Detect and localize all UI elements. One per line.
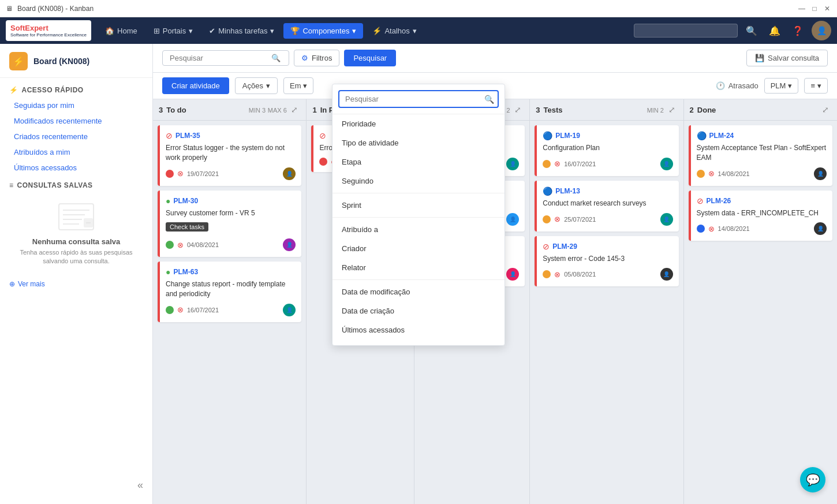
criar-atividade-button[interactable]: Criar atividade bbox=[162, 77, 229, 94]
nav-bell-icon[interactable]: 🔔 bbox=[765, 23, 784, 39]
filter-item-data-cri[interactable]: Data de criação bbox=[332, 301, 505, 320]
filter-item-sprint[interactable]: Sprint bbox=[332, 196, 505, 215]
tests-expand[interactable]: ⤢ bbox=[666, 104, 678, 115]
card-plm63-date: 16/07/2021 bbox=[187, 307, 219, 313]
search-input[interactable] bbox=[167, 51, 271, 65]
card-plm29-date: 05/08/2021 bbox=[564, 271, 596, 278]
filtros-button[interactable]: ⚙ Filtros bbox=[294, 50, 339, 66]
done-expand[interactable]: ⤢ bbox=[820, 104, 831, 115]
plm-dropdown[interactable]: PLM ▾ bbox=[764, 78, 799, 94]
nav-help-icon[interactable]: ❓ bbox=[789, 23, 807, 39]
card-plm-26[interactable]: ⊘ PLM-26 System data - ERR_INCOMPLETE_CH… bbox=[689, 191, 832, 241]
card-plm29-id: PLM-29 bbox=[552, 242, 577, 251]
card-plm30-tag: Check tasks bbox=[166, 222, 208, 232]
filter-divider-3 bbox=[332, 279, 505, 280]
card-plm24-overdue: ⊗ bbox=[708, 169, 715, 178]
card-plm19-icon: 🔵 bbox=[543, 131, 552, 140]
salvar-consulta-button[interactable]: 💾 Salvar consulta bbox=[746, 50, 828, 66]
atrasado-button[interactable]: 🕐 Atrasado bbox=[716, 81, 758, 90]
card-plm30-title: Survey customer form - VR 5 bbox=[166, 208, 296, 218]
sidebar-item-criados[interactable]: Criados recentemente bbox=[0, 129, 152, 144]
card-plm24-icon: 🔵 bbox=[697, 131, 707, 140]
filter-search-icon: 🔍 bbox=[484, 95, 494, 104]
filter-item-ultimos[interactable]: Últimos acessados bbox=[332, 320, 505, 339]
card-plm13-title: Conduct market research surveys bbox=[543, 199, 672, 208]
card-plm35-title: Error Status logger - the system do not … bbox=[166, 143, 296, 163]
card-plm24-date: 14/08/2021 bbox=[718, 170, 750, 177]
card-plm26-overdue: ⊗ bbox=[708, 225, 715, 233]
card-plm-29[interactable]: ⊘ PLM-29 System error - Code 145-3 ⊗ 05/… bbox=[535, 236, 678, 287]
filter-item-relator[interactable]: Relator bbox=[332, 258, 505, 277]
minimize-button[interactable]: — bbox=[798, 5, 806, 13]
sidebar-collapse-btn[interactable]: « bbox=[0, 475, 152, 496]
card-plm13-priority bbox=[543, 215, 551, 223]
card-plm-19[interactable]: 🔵 PLM-19 Configuration Plan ⊗ 16/07/2021… bbox=[535, 125, 678, 176]
card-plm29-title: System error - Code 145-3 bbox=[543, 254, 672, 264]
nav-componentes[interactable]: 🏆 Componentes ▾ bbox=[283, 23, 363, 39]
card-plm30-avatar: 👤 bbox=[283, 238, 296, 251]
todo-cards: ⊘ PLM-35 Error Status logger - the syste… bbox=[153, 121, 306, 504]
search-icon: 🔍 bbox=[271, 54, 281, 62]
filter-item-prioridade[interactable]: Prioridade bbox=[332, 114, 505, 133]
card-plm13-icon: 🔵 bbox=[543, 186, 552, 196]
card-plm-30[interactable]: ● PLM-30 Survey customer form - VR 5 Che… bbox=[158, 191, 301, 257]
filter-item-data-inicio[interactable]: Data de início programada bbox=[332, 339, 505, 345]
nav-minhas-tarefas[interactable]: ✔ Minhas tarefas ▾ bbox=[202, 23, 281, 39]
portais-chevron: ▾ bbox=[189, 27, 193, 35]
todo-expand[interactable]: ⤢ bbox=[289, 104, 300, 115]
chat-fab[interactable]: 💬 bbox=[800, 467, 825, 492]
titlebar-left: 🖥 Board (KN008) - Kanban bbox=[6, 5, 94, 13]
acoes-button[interactable]: Ações ▾ bbox=[235, 77, 278, 94]
card-plm30-priority bbox=[166, 241, 174, 249]
content-toolbar: 🔍 ⚙ Filtros Pesquisar 💾 Salvar consulta bbox=[153, 44, 837, 73]
card-plm29-overdue: ⊗ bbox=[554, 270, 561, 279]
empty-desc: Tenha acesso rápido às suas pesquisas sa… bbox=[9, 248, 143, 266]
done-count: 2 bbox=[690, 106, 694, 114]
nav-portais[interactable]: ⊞ Portais ▾ bbox=[147, 23, 200, 39]
card-plm24-priority bbox=[697, 170, 705, 178]
nav-right: 🔍 🔔 ❓ 👤 bbox=[634, 21, 831, 40]
empty-title: Nenhuma consulta salva bbox=[32, 237, 120, 246]
logo-text: SoftExpert bbox=[10, 24, 87, 32]
user-avatar[interactable]: 👤 bbox=[812, 21, 831, 40]
view-chevron: ▾ bbox=[817, 81, 821, 90]
pesquisar-button[interactable]: Pesquisar bbox=[344, 50, 396, 66]
filter-item-tipo[interactable]: Tipo de atividade bbox=[332, 133, 505, 152]
nav-home[interactable]: 🏠 Home bbox=[98, 23, 144, 39]
card-plm24-id: PLM-24 bbox=[709, 132, 734, 140]
column-done: 2 Done ⤢ 🔵 PLM-24 System Acceptance Test… bbox=[684, 99, 837, 504]
filter-item-criador[interactable]: Criador bbox=[332, 239, 505, 258]
maximize-button[interactable]: □ bbox=[810, 5, 819, 13]
card-plm24-title: System Acceptance Test Plan - SoftExpert… bbox=[697, 143, 827, 163]
filter-item-etapa[interactable]: Etapa bbox=[332, 152, 505, 171]
done-cards: 🔵 PLM-24 System Acceptance Test Plan - S… bbox=[684, 121, 837, 504]
card-c31-avatar: 👤 bbox=[506, 158, 519, 170]
card-plm-35[interactable]: ⊘ PLM-35 Error Status logger - the syste… bbox=[158, 125, 301, 186]
tests-cards: 🔵 PLM-19 Configuration Plan ⊗ 16/07/2021… bbox=[530, 121, 683, 504]
sidebar-item-seguidas[interactable]: Seguidas por mim bbox=[0, 98, 152, 113]
search-box: 🔍 bbox=[162, 50, 289, 66]
filter-item-data-mod[interactable]: Data de modificação bbox=[332, 282, 505, 301]
nav-search-icon[interactable]: 🔍 bbox=[742, 23, 761, 39]
plm-chevron: ▾ bbox=[788, 81, 792, 90]
view-toggle[interactable]: ≡ ▾ bbox=[804, 78, 828, 94]
close-button[interactable]: ✕ bbox=[823, 5, 831, 13]
card-plm-13[interactable]: 🔵 PLM-13 Conduct market research surveys… bbox=[535, 181, 678, 232]
nav-atalhos[interactable]: ⚡ Atalhos ▾ bbox=[365, 23, 423, 39]
card-plm26-date: 14/08/2021 bbox=[718, 225, 750, 232]
nav-search-input[interactable] bbox=[634, 24, 738, 38]
card-plm13-overdue: ⊗ bbox=[554, 215, 561, 223]
col3-expand[interactable]: ⤢ bbox=[512, 104, 524, 115]
card-plm19-id: PLM-19 bbox=[555, 132, 580, 140]
em-dropdown[interactable]: Em ▾ bbox=[283, 77, 314, 94]
card-plm-24[interactable]: 🔵 PLM-24 System Acceptance Test Plan - S… bbox=[689, 125, 832, 186]
filter-item-atribuido[interactable]: Atribuído a bbox=[332, 220, 505, 239]
sidebar-item-ultimos[interactable]: Últimos acessados bbox=[0, 160, 152, 176]
sidebar-item-modificados[interactable]: Modificados recentemente bbox=[0, 113, 152, 129]
portais-icon: ⊞ bbox=[154, 27, 160, 35]
card-plm-63[interactable]: ● PLM-63 Change status report - modify t… bbox=[158, 262, 301, 322]
filter-search-input[interactable] bbox=[338, 90, 499, 108]
sidebar-item-atribuidos[interactable]: Atribuídos a mim bbox=[0, 144, 152, 160]
sidebar-ver-mais[interactable]: ⊕ Ver mais bbox=[0, 275, 152, 293]
filter-item-seguindo[interactable]: Seguindo bbox=[332, 171, 505, 191]
